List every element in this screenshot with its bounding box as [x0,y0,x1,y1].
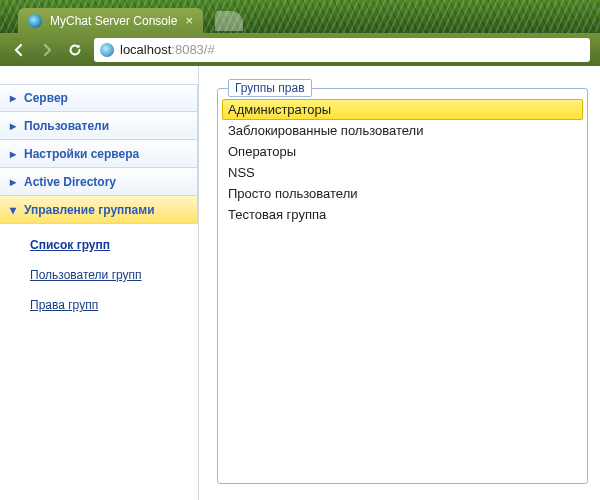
chevron-right-icon: ▸ [8,147,18,161]
tab-favicon [28,14,42,28]
group-list: Администраторы Заблокированные пользоват… [218,89,587,229]
list-item[interactable]: Операторы [222,141,583,162]
chevron-right-icon: ▸ [8,175,18,189]
forward-button[interactable] [38,41,56,59]
subnav-group-rights[interactable]: Права групп [30,298,198,312]
sidebar-item-label: Сервер [24,91,68,105]
reload-button[interactable] [66,41,84,59]
app-content: ▸ Сервер ▸ Пользователи ▸ Настройки серв… [0,66,600,500]
chevron-right-icon: ▸ [8,91,18,105]
tab-title: MyChat Server Console [50,14,177,28]
close-icon[interactable]: × [185,14,193,27]
url-host: localhost [120,42,171,57]
subnav-group-list[interactable]: Список групп [30,238,198,252]
url-text: localhost:8083/# [120,42,215,57]
subnav-group-users[interactable]: Пользователи групп [30,268,198,282]
sidebar-item-label: Пользователи [24,119,109,133]
list-item[interactable]: Тестовая группа [222,204,583,225]
sidebar-item-label: Управление группами [24,203,155,217]
address-bar[interactable]: localhost:8083/# [94,38,590,62]
sidebar-item-group-management[interactable]: ▾ Управление группами [0,196,198,224]
sidebar-item-server[interactable]: ▸ Сервер [0,84,198,112]
list-item[interactable]: Заблокированные пользователи [222,120,583,141]
sidebar-item-users[interactable]: ▸ Пользователи [0,112,198,140]
url-rest: :8083/# [171,42,214,57]
sidebar-subnav: Список групп Пользователи групп Права гр… [0,224,198,332]
chevron-down-icon: ▾ [8,203,18,217]
back-button[interactable] [10,41,28,59]
main-panel: Группы прав Администраторы Заблокированн… [199,66,600,500]
browser-toolbar: localhost:8083/# [0,33,600,66]
browser-tabstrip: MyChat Server Console × [0,0,600,33]
list-item[interactable]: Администраторы [222,99,583,120]
sidebar-item-label: Active Directory [24,175,116,189]
groupbox-legend: Группы прав [228,79,312,97]
new-tab-button[interactable] [215,11,243,31]
browser-tab[interactable]: MyChat Server Console × [18,8,203,33]
globe-icon [100,43,114,57]
sidebar: ▸ Сервер ▸ Пользователи ▸ Настройки серв… [0,66,199,500]
chevron-right-icon: ▸ [8,119,18,133]
sidebar-item-active-directory[interactable]: ▸ Active Directory [0,168,198,196]
list-item[interactable]: Просто пользователи [222,183,583,204]
list-item[interactable]: NSS [222,162,583,183]
sidebar-item-server-settings[interactable]: ▸ Настройки сервера [0,140,198,168]
groupbox-rights-groups: Группы прав Администраторы Заблокированн… [217,88,588,484]
sidebar-item-label: Настройки сервера [24,147,139,161]
